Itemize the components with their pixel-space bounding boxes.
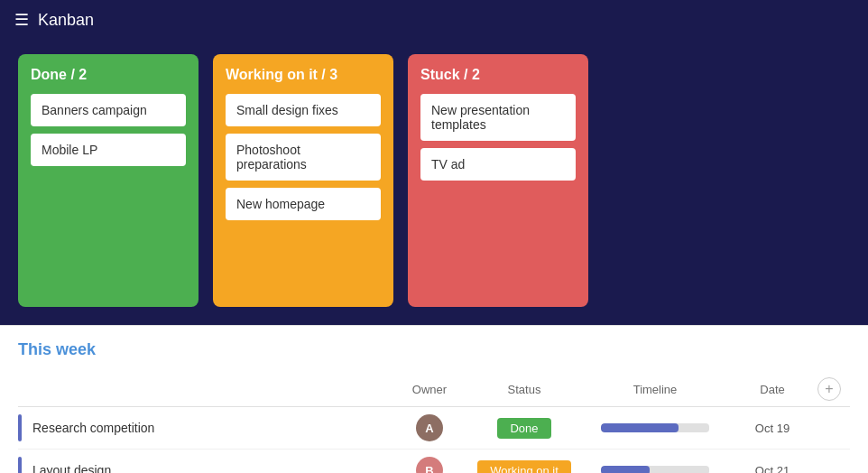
table-section: This week Owner Status Timeline Date + R… xyxy=(0,326,868,473)
timeline-fill xyxy=(601,423,679,432)
column-title-working: Working on it / 3 xyxy=(226,67,381,83)
col-date-header: Date xyxy=(727,383,817,396)
add-column-button[interactable]: + xyxy=(817,377,841,401)
table-header: Owner Status Timeline Date + xyxy=(18,372,850,407)
kanban-card-tv-ad[interactable]: TV ad xyxy=(420,148,576,181)
col-timeline-header: Timeline xyxy=(583,383,727,396)
column-title-done: Done / 2 xyxy=(31,67,186,83)
row-owner: A xyxy=(393,414,466,441)
row-owner: B xyxy=(393,457,466,473)
col-owner-header: Owner xyxy=(393,383,466,396)
kanban-card-presentation[interactable]: New presentation templates xyxy=(420,94,576,141)
table-rows: Research competitionADoneOct 19Layout de… xyxy=(18,407,850,473)
table-row[interactable]: Research competitionADoneOct 19 xyxy=(18,407,850,450)
kanban-card-photoshoot[interactable]: Photoshoot preparations xyxy=(226,134,381,181)
row-date: Oct 21 xyxy=(727,464,817,474)
row-status: Done xyxy=(466,418,583,439)
status-badge: Done xyxy=(497,418,550,439)
row-status: Working on it xyxy=(466,460,583,474)
kanban-columns: Done / 2Banners campaignMobile LPWorking… xyxy=(18,54,850,307)
status-badge: Working on it xyxy=(477,460,571,474)
col-status-header: Status xyxy=(466,383,583,396)
avatar: A xyxy=(416,414,443,441)
hamburger-icon[interactable]: ☰ xyxy=(14,10,29,30)
row-accent xyxy=(18,414,22,441)
column-title-stuck: Stuck / 2 xyxy=(420,67,576,83)
kanban-column-stuck: Stuck / 2New presentation templatesTV ad xyxy=(408,54,588,307)
kanban-card-mobile[interactable]: Mobile LP xyxy=(31,134,186,166)
row-name: Research competition xyxy=(32,421,393,435)
timeline-bar-container xyxy=(601,423,709,432)
kanban-section: Done / 2Banners campaignMobile LPWorking… xyxy=(0,40,868,325)
kanban-column-working: Working on it / 3Small design fixesPhoto… xyxy=(213,54,393,307)
timeline-bar-container xyxy=(601,466,709,473)
table-row[interactable]: Layout designBWorking on itOct 21 xyxy=(18,450,850,473)
row-timeline xyxy=(583,423,727,432)
kanban-column-done: Done / 2Banners campaignMobile LP xyxy=(18,54,199,307)
section-title: This week xyxy=(18,340,850,359)
timeline-fill xyxy=(601,466,650,473)
nav-title: Kanban xyxy=(38,11,94,30)
col-action-header: + xyxy=(817,377,850,401)
kanban-card-banners[interactable]: Banners campaign xyxy=(31,94,186,126)
row-name: Layout design xyxy=(32,463,393,473)
top-nav: ☰ Kanban xyxy=(0,0,868,40)
kanban-card-design-fixes[interactable]: Small design fixes xyxy=(226,94,381,126)
row-date: Oct 19 xyxy=(727,422,817,435)
row-accent xyxy=(18,457,22,473)
row-timeline xyxy=(583,466,727,473)
kanban-card-homepage[interactable]: New homepage xyxy=(226,188,381,220)
avatar: B xyxy=(416,457,443,473)
